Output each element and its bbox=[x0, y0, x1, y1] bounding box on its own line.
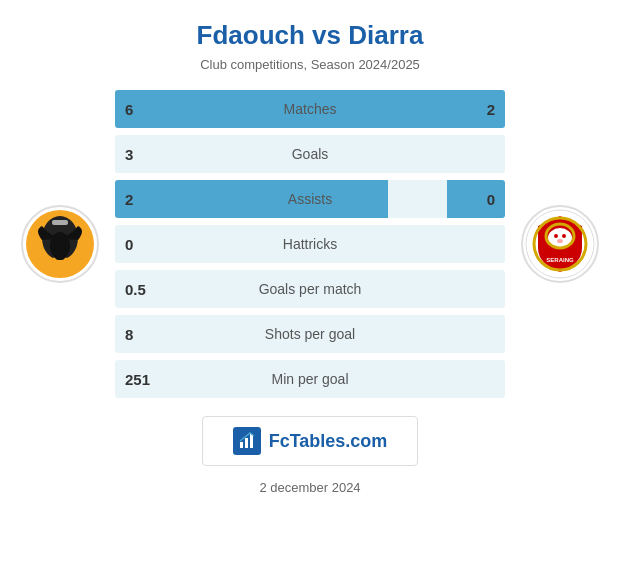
stat-left-value: 0 bbox=[125, 236, 133, 253]
stat-row: 6Matches2 bbox=[115, 90, 505, 128]
stat-label: Assists bbox=[288, 191, 332, 207]
stat-bar-bg: 0.5Goals per match bbox=[115, 270, 505, 308]
stat-label: Min per goal bbox=[271, 371, 348, 387]
fctables-logo-icon bbox=[238, 432, 256, 450]
fdaouch-logo bbox=[21, 205, 99, 283]
stats-container: 6Matches23Goals2Assists00Hattricks0.5Goa… bbox=[115, 90, 505, 398]
main-content: 6Matches23Goals2Assists00Hattricks0.5Goa… bbox=[10, 90, 610, 398]
stat-label: Matches bbox=[284, 101, 337, 117]
page-container: Fdaouch vs Diarra Club competitions, Sea… bbox=[0, 0, 620, 580]
stat-row: 251Min per goal bbox=[115, 360, 505, 398]
stat-label: Goals bbox=[292, 146, 329, 162]
svg-rect-12 bbox=[240, 442, 243, 448]
stat-bar-bg: 0Hattricks bbox=[115, 225, 505, 263]
stat-label: Goals per match bbox=[259, 281, 362, 297]
logo-left bbox=[15, 205, 105, 283]
fctables-icon bbox=[233, 427, 261, 455]
fdaouch-logo-svg bbox=[24, 208, 96, 280]
svg-point-3 bbox=[50, 232, 70, 260]
stat-fill-left bbox=[115, 180, 388, 218]
stat-bar-bg: 2Assists0 bbox=[115, 180, 505, 218]
stat-bar-bg: 251Min per goal bbox=[115, 360, 505, 398]
stat-bar-bg: 6Matches2 bbox=[115, 90, 505, 128]
stat-fill-left bbox=[115, 90, 408, 128]
diarra-logo: SERAING bbox=[521, 205, 599, 283]
logo-right: SERAING bbox=[515, 205, 605, 283]
stat-left-value: 8 bbox=[125, 326, 133, 343]
stat-row: 0Hattricks bbox=[115, 225, 505, 263]
stat-left-value: 2 bbox=[125, 191, 133, 208]
page-subtitle: Club competitions, Season 2024/2025 bbox=[200, 57, 420, 72]
stat-bar-bg: 3Goals bbox=[115, 135, 505, 173]
svg-rect-13 bbox=[245, 438, 248, 448]
stat-left-value: 3 bbox=[125, 146, 133, 163]
diarra-logo-svg: SERAING bbox=[524, 208, 596, 280]
fctables-label: FcTables.com bbox=[269, 431, 388, 452]
stat-right-value: 0 bbox=[487, 191, 495, 208]
stat-left-value: 0.5 bbox=[125, 281, 146, 298]
svg-rect-14 bbox=[250, 434, 253, 448]
svg-point-9 bbox=[562, 234, 566, 238]
stat-row: 0.5Goals per match bbox=[115, 270, 505, 308]
stat-label: Hattricks bbox=[283, 236, 337, 252]
stat-row: 2Assists0 bbox=[115, 180, 505, 218]
stat-left-value: 6 bbox=[125, 101, 133, 118]
stat-label: Shots per goal bbox=[265, 326, 355, 342]
stat-left-value: 251 bbox=[125, 371, 150, 388]
page-title: Fdaouch vs Diarra bbox=[197, 20, 424, 51]
svg-rect-2 bbox=[52, 220, 68, 225]
svg-text:SERAING: SERAING bbox=[546, 257, 574, 263]
stat-fill-right bbox=[447, 180, 506, 218]
stat-row: 8Shots per goal bbox=[115, 315, 505, 353]
stat-bar-bg: 8Shots per goal bbox=[115, 315, 505, 353]
svg-point-10 bbox=[557, 239, 563, 243]
svg-point-8 bbox=[554, 234, 558, 238]
fctables-banner[interactable]: FcTables.com bbox=[202, 416, 419, 466]
date-footer: 2 december 2024 bbox=[259, 480, 360, 495]
stat-right-value: 2 bbox=[487, 101, 495, 118]
stat-row: 3Goals bbox=[115, 135, 505, 173]
